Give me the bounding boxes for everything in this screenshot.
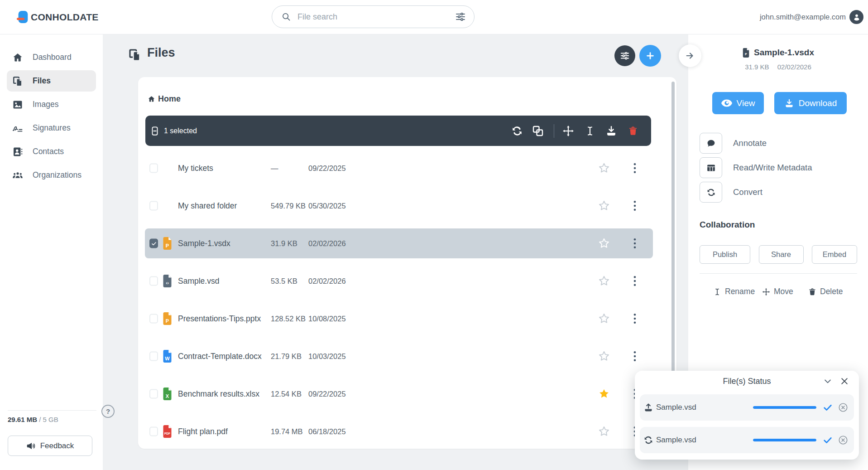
preview-eye-icon[interactable] [507, 239, 519, 248]
deselect-all-checkbox[interactable] [150, 125, 160, 137]
more-options-icon[interactable] [633, 276, 637, 286]
star-icon[interactable] [598, 350, 610, 362]
share-icon[interactable] [570, 389, 580, 399]
cancel-circle-icon[interactable] [838, 402, 848, 412]
preview-eye-icon[interactable] [507, 427, 519, 436]
share-icon[interactable] [570, 314, 580, 324]
star-icon[interactable] [598, 200, 610, 212]
row-checkbox[interactable] [149, 276, 158, 286]
row-checkbox[interactable] [149, 239, 158, 248]
more-options-icon[interactable] [633, 238, 637, 249]
star-icon[interactable] [598, 313, 610, 325]
row-checkbox[interactable] [149, 201, 158, 211]
preview-eye-icon[interactable] [507, 352, 519, 361]
panel-tool-convert[interactable]: Convert [700, 182, 859, 203]
file-name[interactable]: Sample-1.vsdx [178, 239, 230, 248]
cancel-circle-icon[interactable] [838, 435, 848, 445]
row-checkbox[interactable] [149, 314, 158, 324]
share-icon[interactable] [570, 276, 580, 286]
sidebar-item-contacts[interactable]: Contacts [7, 141, 96, 162]
rename-selected-button[interactable] [585, 125, 595, 137]
row-checkbox[interactable] [149, 352, 158, 361]
share-icon[interactable] [570, 351, 580, 361]
search-filter-icon[interactable] [455, 11, 466, 22]
move-action[interactable]: Move [762, 287, 793, 296]
document-check-icon[interactable] [538, 388, 549, 400]
feedback-button[interactable]: Feedback [8, 436, 92, 456]
convert-selected-button[interactable] [511, 125, 523, 137]
collapse-panel-button[interactable] [679, 44, 701, 67]
rename-action[interactable]: Rename [713, 287, 755, 296]
close-icon[interactable] [840, 377, 849, 386]
share-icon[interactable] [570, 238, 580, 248]
share-icon[interactable] [570, 426, 580, 436]
document-check-icon[interactable] [538, 313, 549, 325]
file-row[interactable]: WContract-Template.docx21.79 KB10/03/202… [145, 341, 653, 371]
row-checkbox[interactable] [149, 427, 158, 436]
preview-eye-icon[interactable] [507, 277, 519, 286]
file-row[interactable]: PPresentations-Tips.pptx128.52 KB10/08/2… [145, 304, 653, 334]
download-button[interactable]: Download [774, 92, 847, 114]
file-name[interactable]: My shared folder [178, 201, 237, 211]
breadcrumb-home[interactable]: Home [148, 94, 181, 104]
view-button[interactable]: View [712, 92, 764, 114]
share-icon[interactable] [570, 163, 580, 173]
tool-icon-button[interactable] [700, 157, 722, 178]
preview-eye-icon[interactable] [507, 315, 519, 323]
panel-tool-annotate[interactable]: Annotate [700, 133, 859, 154]
help-button[interactable]: ? [101, 405, 115, 418]
convert-icon [706, 188, 716, 197]
file-name[interactable]: Presentations-Tips.pptx [178, 314, 261, 324]
sidebar-item-images[interactable]: Images [7, 94, 96, 115]
delete-selected-button[interactable] [628, 125, 638, 137]
tool-icon-button[interactable] [700, 182, 722, 203]
sidebar-item-files[interactable]: Files [7, 70, 96, 92]
star-icon[interactable] [598, 426, 610, 437]
view-settings-button[interactable] [614, 45, 635, 66]
document-check-icon[interactable] [538, 238, 549, 249]
file-row[interactable]: ‹›Sample.vsd53.5 KB02/02/2026 [145, 266, 653, 296]
star-icon[interactable] [598, 275, 610, 287]
file-name[interactable]: Flight plan.pdf [178, 427, 228, 436]
star-icon[interactable] [598, 388, 610, 400]
tool-icon-button[interactable] [700, 133, 722, 154]
delete-action[interactable]: Delete [808, 287, 843, 296]
file-search-input[interactable] [297, 12, 450, 22]
share-icon[interactable] [570, 201, 580, 211]
file-name[interactable]: My tickets [178, 164, 213, 173]
add-new-button[interactable] [639, 45, 661, 67]
preview-eye-icon[interactable] [507, 390, 519, 398]
file-row[interactable]: XBenchmark results.xlsx12.54 KB09/22/202… [145, 379, 653, 409]
sidebar-item-signatures[interactable]: Signatures [7, 117, 96, 139]
processing-clock-icon[interactable] [538, 426, 549, 437]
star-icon[interactable] [598, 162, 610, 174]
sidebar-item-organizations[interactable]: Organizations [7, 165, 96, 186]
more-options-icon[interactable] [633, 163, 637, 174]
folder-row[interactable]: My shared folder549.79 KB05/30/2025 [145, 191, 653, 221]
document-check-icon[interactable] [538, 276, 549, 287]
more-options-icon[interactable] [633, 351, 637, 362]
more-options-icon[interactable] [633, 200, 637, 211]
panel-tool-read-write-metadata[interactable]: Read/Write Metadata [700, 157, 859, 178]
user-avatar-icon[interactable] [849, 10, 863, 24]
chevron-down-icon[interactable] [823, 377, 832, 386]
share-button[interactable]: Share [759, 245, 804, 264]
file-row[interactable]: PSample-1.vsdx31.9 KB02/02/2026 [145, 228, 653, 258]
row-checkbox[interactable] [149, 164, 158, 173]
document-check-icon[interactable] [538, 351, 549, 362]
brand-logo[interactable]: CONHOLDATE [17, 0, 99, 34]
file-name[interactable]: Sample.vsd [178, 276, 219, 286]
file-name[interactable]: Benchmark results.xlsx [178, 389, 259, 399]
file-row[interactable]: PDFFlight plan.pdf19.74 MB06/18/2025 [145, 417, 653, 446]
embed-button[interactable]: Embed [812, 245, 857, 264]
move-selected-button[interactable] [562, 125, 574, 137]
more-options-icon[interactable] [633, 313, 637, 324]
copy-selected-button[interactable] [532, 125, 544, 137]
file-name[interactable]: Contract-Template.docx [178, 352, 262, 361]
row-checkbox[interactable] [149, 389, 158, 399]
publish-button[interactable]: Publish [700, 245, 750, 264]
sidebar-item-dashboard[interactable]: Dashboard [7, 47, 96, 68]
folder-row[interactable]: My tickets—09/22/2025 [145, 153, 653, 183]
download-selected-button[interactable] [605, 125, 617, 137]
star-icon[interactable] [598, 237, 610, 249]
